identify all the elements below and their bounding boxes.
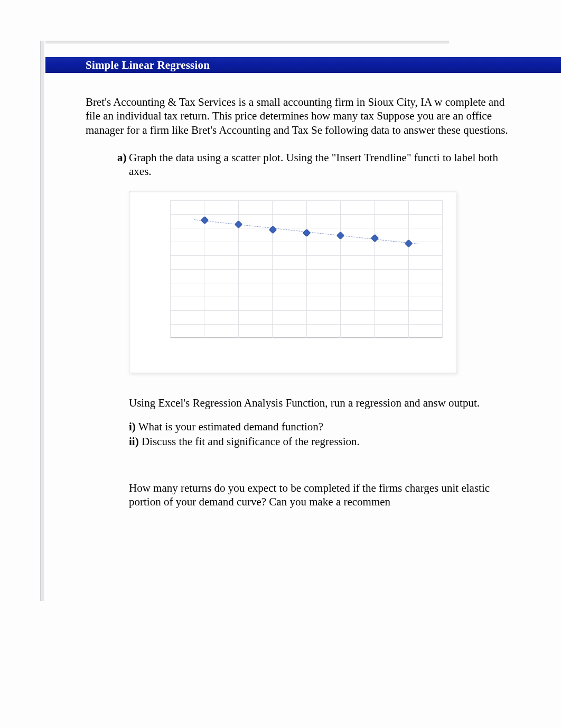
followup-paragraph: How many returns do you expect to be com… — [129, 481, 520, 509]
section-title: Simple Linear Regression — [86, 59, 210, 72]
regression-instruction: Using Excel's Regression Analysis Functi… — [129, 396, 520, 410]
chart-vgrid — [170, 200, 171, 338]
chart-data-point — [370, 234, 379, 243]
question-a-text: Graph the data using a scatter plot. Usi… — [129, 151, 508, 179]
chart-vgrid — [306, 200, 307, 338]
sub-question-i-text: What is your estimated demand function? — [136, 420, 323, 433]
chart-vgrid — [442, 200, 443, 338]
chart-vgrid — [408, 200, 409, 338]
chart-vgrid — [272, 200, 273, 338]
chart-data-point — [405, 239, 413, 248]
sub-question-ii: ii) Discuss the fit and significance of … — [129, 435, 520, 448]
chart-hgrid — [170, 338, 442, 338]
chart-data-point — [235, 220, 243, 229]
frame-left-rule — [40, 41, 45, 601]
question-a-letter: a) — [117, 151, 129, 164]
chart-data-point — [201, 216, 209, 225]
chart-data-point — [336, 231, 345, 239]
question-a: a) Graph the data using a scatter plot. … — [117, 151, 508, 179]
chart-vgrid — [340, 200, 341, 338]
chart-data-point — [303, 228, 311, 237]
scatter-chart-plot-area — [170, 200, 442, 338]
scatter-chart-card — [129, 191, 456, 373]
frame-top-rule — [40, 41, 449, 44]
section-header-bar: Simple Linear Regression — [45, 57, 561, 73]
sub-question-ii-label: ii) — [129, 435, 139, 448]
sub-question-ii-text: Discuss the fit and significance of the … — [139, 435, 360, 448]
sub-question-i-label: i) — [129, 420, 136, 433]
chart-vgrid — [374, 200, 375, 338]
sub-question-i: i) What is your estimated demand functio… — [129, 420, 520, 434]
intro-paragraph: Bret's Accounting & Tax Services is a sm… — [86, 95, 519, 137]
chart-data-point — [268, 226, 277, 234]
